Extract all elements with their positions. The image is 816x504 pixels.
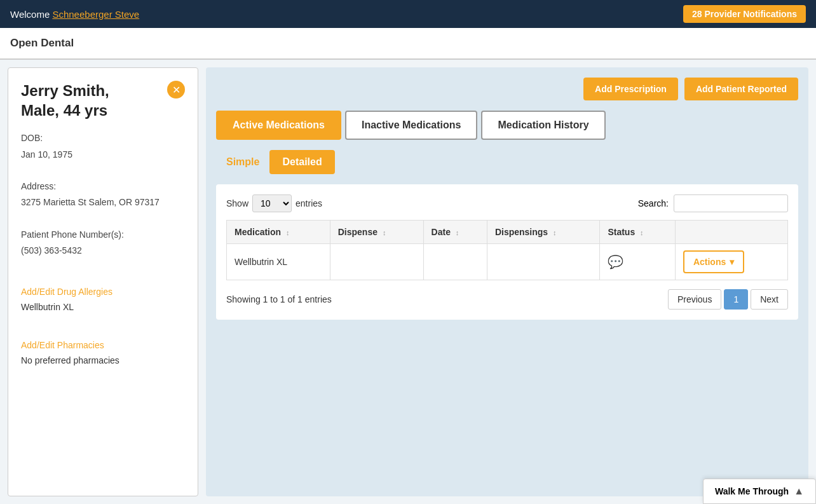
detailed-view-button[interactable]: Detailed xyxy=(269,150,334,174)
add-patient-reported-button[interactable]: Add Patient Reported xyxy=(684,78,798,100)
username-link[interactable]: Schneeberger Steve xyxy=(52,9,139,20)
pagination-area: Showing 1 to 1 of 1 entries Previous 1 N… xyxy=(226,289,788,310)
tab-active-medications[interactable]: Active Medications xyxy=(216,111,341,140)
pharmacies-link[interactable]: Add/Edit Pharmacies xyxy=(21,340,185,350)
phone-label: Patient Phone Number(s): xyxy=(21,229,124,240)
pagination-controls: Previous 1 Next xyxy=(668,289,788,310)
address-value: 3275 Marietta St Salem, OR 97317 xyxy=(21,197,160,207)
walk-me-through[interactable]: Walk Me Through ▲ xyxy=(703,479,816,504)
close-patient-button[interactable]: ✕ xyxy=(167,81,185,99)
address-block: Address: 3275 Marietta St Salem, OR 9731… xyxy=(21,179,185,210)
welcome-text: Welcome Schneeberger Steve xyxy=(10,9,139,20)
table-controls: Show 10 25 50 100 entries Search: xyxy=(226,194,788,212)
col-date: Date ↕ xyxy=(423,221,487,244)
status-chat-icon: 💬 xyxy=(608,255,623,269)
entries-select[interactable]: 10 25 50 100 xyxy=(252,194,292,212)
cell-status: 💬 xyxy=(600,244,675,280)
welcome-prefix: Welcome xyxy=(10,9,50,20)
app-title-bar: Open Dental xyxy=(0,28,816,60)
col-dispense: Dispense ↕ xyxy=(330,221,423,244)
phone-block: Patient Phone Number(s): (503) 363-5432 xyxy=(21,227,185,259)
next-button[interactable]: Next xyxy=(751,289,788,310)
showing-text: Showing 1 to 1 of 1 entries xyxy=(226,294,332,304)
table-container: Show 10 25 50 100 entries Search: xyxy=(216,184,798,320)
entries-label: entries xyxy=(296,198,322,208)
pharmacies-section: Add/Edit Pharmacies xyxy=(21,325,185,350)
show-entries: Show 10 25 50 100 entries xyxy=(226,194,322,212)
dob-value: Jan 10, 1975 xyxy=(21,149,72,160)
walk-me-through-label: Walk Me Through xyxy=(715,486,789,496)
sort-date-icon[interactable]: ↕ xyxy=(456,229,459,236)
tab-medication-history[interactable]: Medication History xyxy=(481,111,605,140)
col-actions xyxy=(675,221,787,244)
medication-tabs: Active Medications Inactive Medications … xyxy=(216,111,798,140)
app-title: Open Dental xyxy=(10,37,74,49)
col-status: Status ↕ xyxy=(600,221,675,244)
show-label: Show xyxy=(226,198,248,208)
top-bar: Welcome Schneeberger Steve 28 Provider N… xyxy=(0,0,816,28)
sort-medication-icon[interactable]: ↕ xyxy=(286,229,290,236)
walk-chevron-icon: ▲ xyxy=(794,486,804,497)
patient-header: Jerry Smith,Male, 44 yrs ✕ xyxy=(21,81,185,120)
actions-button[interactable]: Actions ▾ xyxy=(683,250,744,273)
medications-table: Medication ↕ Dispense ↕ Date ↕ Dispensin… xyxy=(226,220,788,280)
cell-dispense xyxy=(330,244,423,280)
phone-value: (503) 363-5432 xyxy=(21,245,82,255)
drug-allergies-link[interactable]: Add/Edit Drug Allergies xyxy=(21,287,185,297)
no-pharmacies-text: No preferred pharmacies xyxy=(21,355,185,365)
main-layout: Jerry Smith,Male, 44 yrs ✕ DOB: Jan 10, … xyxy=(0,60,816,504)
cell-date xyxy=(423,244,487,280)
view-toggle: Simple Detailed xyxy=(216,150,798,174)
col-medication: Medication ↕ xyxy=(227,221,330,244)
search-input[interactable] xyxy=(674,194,788,212)
col-dispensings: Dispensings ↕ xyxy=(487,221,600,244)
previous-button[interactable]: Previous xyxy=(668,289,721,310)
patient-info: DOB: Jan 10, 1975 Address: 3275 Marietta… xyxy=(21,130,185,259)
cell-medication: Wellbutrin XL xyxy=(227,244,330,280)
search-label: Search: xyxy=(638,198,669,208)
notifications-badge[interactable]: 28 Provider Notifications xyxy=(683,5,806,23)
cell-actions: Actions ▾ xyxy=(675,244,787,280)
sort-dispensings-icon[interactable]: ↕ xyxy=(553,229,557,236)
content-area: Add Prescription Add Patient Reported Ac… xyxy=(206,67,808,496)
tab-inactive-medications[interactable]: Inactive Medications xyxy=(345,111,478,140)
actions-label: Actions xyxy=(693,257,726,267)
simple-view-button[interactable]: Simple xyxy=(216,151,269,173)
patient-name: Jerry Smith,Male, 44 yrs xyxy=(21,81,109,120)
action-buttons: Add Prescription Add Patient Reported xyxy=(216,78,798,100)
sidebar-medication: Wellbutrin XL xyxy=(21,302,185,312)
table-header-row: Medication ↕ Dispense ↕ Date ↕ Dispensin… xyxy=(227,221,788,244)
address-label: Address: xyxy=(21,181,56,191)
add-prescription-button[interactable]: Add Prescription xyxy=(583,78,678,100)
search-box: Search: xyxy=(638,194,788,212)
drug-allergies-section: Add/Edit Drug Allergies xyxy=(21,271,185,297)
table-row: Wellbutrin XL 💬 Actions ▾ xyxy=(227,244,788,280)
page-1-button[interactable]: 1 xyxy=(724,289,748,310)
sort-dispense-icon[interactable]: ↕ xyxy=(383,229,386,236)
sort-status-icon[interactable]: ↕ xyxy=(640,229,644,236)
cell-dispensings xyxy=(487,244,600,280)
dob-label: DOB: Jan 10, 1975 xyxy=(21,130,185,162)
actions-dropdown-icon: ▾ xyxy=(730,257,734,267)
sidebar: Jerry Smith,Male, 44 yrs ✕ DOB: Jan 10, … xyxy=(8,67,198,496)
